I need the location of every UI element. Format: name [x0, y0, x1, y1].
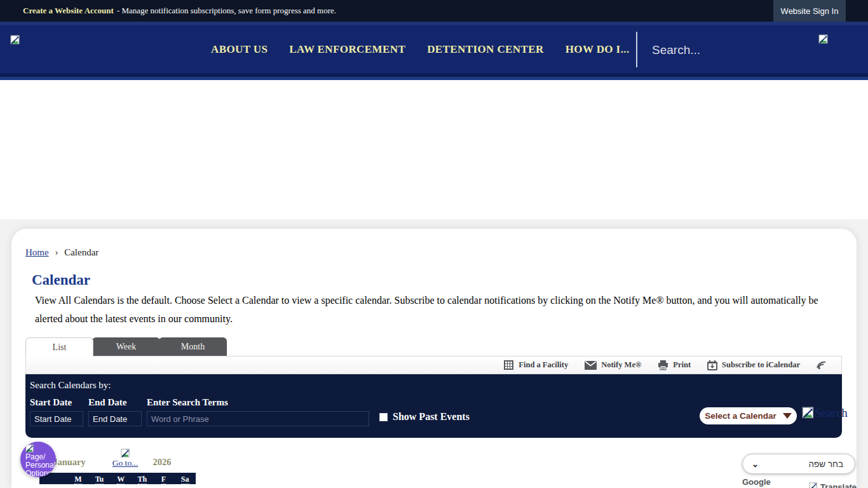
go-broken-image-icon [111, 449, 140, 458]
day-header-saturday: Sa [174, 473, 196, 484]
breadcrumb-separator: › [55, 247, 58, 257]
main-navigation: ABOUT US LAW ENFORCEMENT DETENTION CENTE… [210, 25, 631, 73]
rss-icon [817, 360, 827, 370]
tab-week[interactable]: Week [92, 337, 160, 356]
show-past-events-label: Show Past Events [393, 411, 470, 423]
search-calendars-heading: Search Calendars by: [30, 380, 111, 391]
show-past-events-checkbox[interactable] [379, 413, 388, 421]
header-search-input[interactable] [652, 39, 804, 61]
day-header-link[interactable]: F [161, 475, 166, 484]
search-terms-input[interactable] [147, 411, 369, 426]
nav-detention-center[interactable]: DETENTION CENTER [426, 39, 545, 60]
breadcrumb: Home › Calendar [25, 247, 98, 258]
end-date-label: End Date [88, 397, 126, 408]
printer-icon [658, 360, 668, 370]
translate-label: Translate [820, 482, 857, 488]
day-header-link[interactable]: Sa [181, 475, 189, 484]
notify-me-label: Notify Me® [601, 360, 641, 370]
header-search-divider [636, 32, 637, 67]
day-header-tuesday: Tu [89, 473, 111, 484]
find-a-facility-label: Find a Facility [519, 360, 568, 370]
view-tabs: List Week Month [25, 337, 227, 356]
mini-calendar-day-header-row: M Tu W Th F Sa [39, 473, 196, 484]
subscribe-icalendar-label: Subscribe to iCalendar [722, 360, 800, 370]
header-bottom-stripe-light [0, 77, 868, 80]
start-date-input[interactable] [30, 411, 83, 426]
tab-month[interactable]: Month [159, 337, 227, 356]
show-past-events-control: Show Past Events [379, 411, 470, 423]
nav-about-us[interactable]: ABOUT US [210, 39, 269, 60]
chevron-down-icon: ⌄ [752, 459, 759, 469]
top-utility-bar: Create a Website Account - Manage notifi… [0, 0, 868, 22]
language-select-value: בחר שפה [759, 459, 843, 469]
go-to-link[interactable]: Go to... [111, 458, 140, 468]
page-title: Calendar [32, 272, 90, 288]
google-translate-label: Google Translate [742, 477, 806, 488]
day-header-link[interactable]: W [117, 475, 125, 484]
mini-calendar-year: 2026 [140, 449, 184, 468]
search-terms-label: Enter Search Terms [147, 397, 228, 408]
google-translate-attribution: Google Translate Translate [742, 477, 857, 488]
calendar-search-panel: Search Calendars by: Start Date End Date… [25, 374, 842, 438]
search-button-alt-text: Search [815, 406, 848, 420]
start-date-label: Start Date [30, 397, 72, 408]
select-a-calendar-label: Select a Calendar [705, 411, 776, 421]
subscribe-icalendar-button[interactable]: Subscribe to iCalendar [707, 360, 800, 370]
site-header: ABOUT US LAW ENFORCEMENT DETENTION CENTE… [0, 25, 868, 73]
breadcrumb-home-link[interactable]: Home [25, 247, 49, 257]
intro-paragraph: View All Calendars is the default. Choos… [35, 291, 823, 328]
translate-widget: ⌄ בחר שפה Google Translate Translate [742, 454, 857, 488]
accessibility-widget-button[interactable]: Page/ Personalization Options [20, 442, 56, 477]
day-header-thursday: Th [132, 473, 153, 484]
calendar-search-button[interactable]: Search [802, 406, 848, 420]
find-a-facility-button[interactable]: Find a Facility [503, 360, 568, 370]
header-search-button-broken-image-icon[interactable] [818, 34, 829, 44]
search-button-broken-image-icon [802, 407, 815, 419]
end-date-input[interactable] [88, 411, 142, 426]
breadcrumb-current: Calendar [64, 247, 98, 257]
day-header-link[interactable]: Th [138, 475, 147, 484]
mini-calendar-go-control: Go to... [111, 449, 140, 468]
calendar-toolbar: Find a Facility Notify Me® Print Subscri… [25, 356, 842, 374]
site-logo-broken-image-icon[interactable] [10, 35, 20, 45]
print-button[interactable]: Print [658, 360, 691, 370]
tab-list[interactable]: List [25, 337, 93, 356]
content-card: Home › Calendar Calendar View All Calend… [11, 229, 857, 488]
subscribe-calendar-icon [707, 360, 717, 370]
nav-how-do-i[interactable]: HOW DO I... [564, 39, 631, 60]
website-sign-in-button[interactable]: Website Sign In [773, 0, 846, 22]
page: Create a Website Account - Manage notifi… [0, 0, 868, 488]
day-header-link[interactable]: M [74, 475, 81, 484]
language-select[interactable]: ⌄ בחר שפה [742, 454, 855, 474]
chevron-down-icon [783, 413, 792, 419]
day-header-monday: M [67, 473, 89, 484]
envelope-icon [585, 361, 597, 370]
nav-law-enforcement[interactable]: LAW ENFORCEMENT [288, 39, 407, 60]
day-header-link[interactable]: Tu [95, 475, 104, 484]
account-description: - Manage notification subscriptions, sav… [117, 6, 336, 16]
rss-button[interactable] [817, 360, 827, 370]
print-label: Print [673, 360, 691, 370]
translate-broken-image-icon [809, 482, 818, 488]
create-account-link[interactable]: Create a Website Account [23, 6, 114, 16]
notify-me-button[interactable]: Notify Me® [585, 360, 641, 370]
facility-grid-icon [503, 360, 514, 370]
select-a-calendar-dropdown[interactable]: Select a Calendar [700, 407, 797, 424]
day-header-friday: F [153, 473, 175, 484]
day-header-wednesday: W [110, 473, 132, 484]
